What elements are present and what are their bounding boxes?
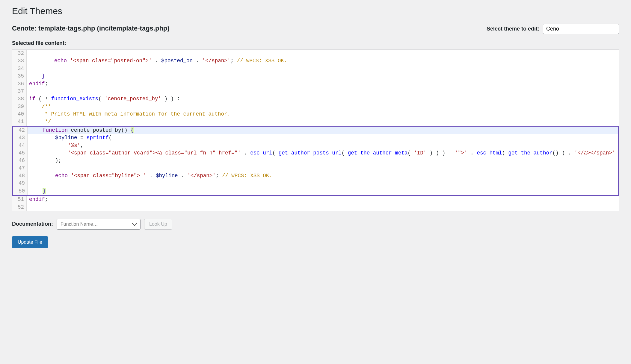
code-line[interactable]: 39 /** [12, 103, 619, 110]
line-number: 45 [13, 149, 28, 157]
code-line[interactable]: 37 [12, 88, 619, 95]
code-editor[interactable]: 3233 echo '<span class="posted-on">' . $… [12, 49, 619, 211]
line-number: 50 [13, 187, 28, 195]
line-number: 34 [12, 65, 27, 72]
code-line[interactable]: 50 } [13, 187, 618, 195]
line-number: 51 [12, 196, 27, 203]
line-number: 32 [12, 50, 27, 57]
line-number: 44 [13, 142, 28, 149]
line-number: 33 [12, 57, 27, 65]
code-line[interactable]: 49 [13, 180, 618, 187]
code-line[interactable]: 42 function cenote_posted_by() { [13, 127, 618, 134]
code-line[interactable]: 32 [12, 50, 619, 57]
selected-file-label: Selected file content: [12, 40, 619, 46]
code-line[interactable]: 46 ); [13, 157, 618, 164]
page-title: Edit Themes [12, 6, 619, 16]
code-line[interactable]: 44 '%s', [13, 142, 618, 149]
code-line[interactable]: 33 echo '<span class="posted-on">' . $po… [12, 57, 619, 65]
line-number: 41 [12, 118, 27, 125]
line-number: 37 [12, 88, 27, 95]
line-number: 47 [13, 165, 28, 172]
code-line[interactable]: 43 $byline = sprintf( [13, 134, 618, 142]
documentation-label: Documentation: [12, 221, 53, 227]
line-number: 49 [13, 180, 28, 187]
code-line[interactable]: 35 } [12, 72, 619, 80]
code-line[interactable]: 38if ( ! function_exists( 'cenote_posted… [12, 95, 619, 103]
code-line[interactable]: 51endif; [12, 196, 619, 203]
line-number: 38 [12, 95, 27, 103]
code-line[interactable]: 45 '<span class="author vcard"><a class=… [13, 149, 618, 157]
code-line[interactable]: 52 [12, 204, 619, 211]
line-number: 36 [12, 80, 27, 88]
line-number: 39 [12, 103, 27, 110]
update-file-button[interactable]: Update File [12, 236, 48, 248]
theme-select[interactable] [543, 24, 619, 34]
select-theme-label: Select theme to edit: [487, 26, 539, 32]
line-number: 42 [13, 127, 28, 134]
line-number: 40 [12, 110, 27, 118]
code-line[interactable]: 40 * Prints HTML with meta information f… [12, 110, 619, 118]
code-line[interactable]: 47 [13, 165, 618, 172]
code-line[interactable]: 41 */ [12, 118, 619, 125]
line-number: 35 [12, 72, 27, 80]
code-line[interactable]: 48 echo '<span class="byline"> ' . $byli… [13, 172, 618, 180]
file-heading: Cenote: template-tags.php (inc/template-… [12, 25, 170, 32]
lookup-button[interactable]: Look Up [144, 219, 172, 230]
line-number: 43 [13, 134, 28, 142]
line-number: 48 [13, 172, 28, 180]
line-number: 52 [12, 204, 27, 211]
code-line[interactable]: 34 [12, 65, 619, 72]
line-number: 46 [13, 157, 28, 164]
function-name-select[interactable] [57, 219, 141, 230]
code-line[interactable]: 36endif; [12, 80, 619, 88]
